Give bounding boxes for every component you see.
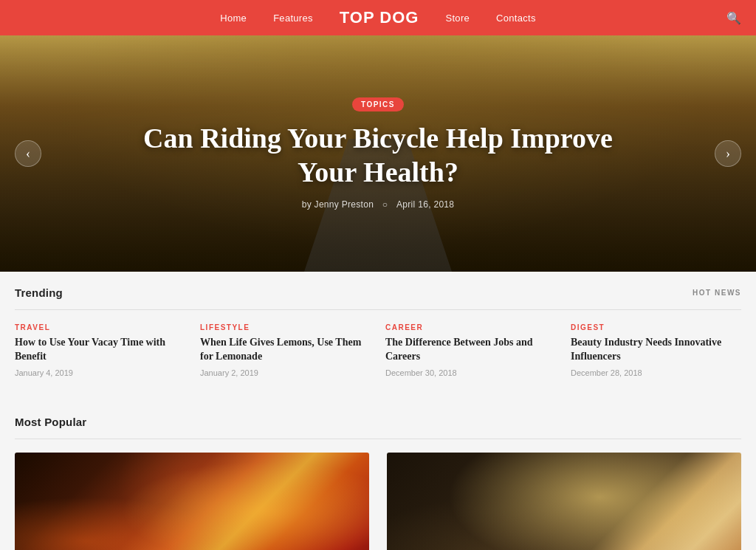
article-title: Beauty Industry Needs Innovative Influen…: [571, 336, 741, 364]
list-item: DIGEST Beauty Industry Needs Innovative …: [571, 323, 741, 377]
category-label: DIGEST: [571, 323, 741, 331]
trending-title: Trending: [15, 286, 63, 299]
hero-meta: by Jenny Preston ○ April 16, 2018: [134, 199, 622, 210]
trending-header: Trending HOT NEWS: [15, 272, 741, 310]
trending-tag: HOT NEWS: [693, 289, 741, 297]
article-date: December 28, 2018: [571, 368, 741, 377]
article-date: January 4, 2019: [15, 368, 185, 377]
category-label: TRAVEL: [15, 323, 185, 331]
hero-meta-divider: ○: [382, 199, 388, 210]
list-item: LIFESTYLE Minding Your Own Business: Do …: [387, 453, 741, 550]
category-label: CAREER: [385, 323, 556, 331]
main-nav: Home Features TOP DOG Store Contacts 🔍: [0, 0, 756, 35]
hero-author: by Jenny Preston: [302, 199, 374, 210]
nav-contacts[interactable]: Contacts: [496, 13, 536, 24]
trending-section: Trending HOT NEWS TRAVEL How to Use Your…: [15, 272, 741, 377]
category-label: LIFESTYLE: [200, 323, 371, 331]
hero-content: TOPICS Can Riding Your Bicycle Help Impr…: [120, 97, 636, 210]
hero-badge: TOPICS: [352, 97, 404, 111]
card-image: LIFESTYLE: [387, 453, 741, 550]
article-date: December 30, 2018: [385, 368, 556, 377]
popular-header: Most Popular: [15, 401, 741, 439]
trending-grid: TRAVEL How to Use Your Vacay Time with B…: [15, 323, 741, 377]
popular-title: Most Popular: [15, 416, 86, 428]
office-image: [387, 453, 741, 550]
nav-links: Home Features TOP DOG Store Contacts: [220, 8, 536, 27]
article-title: The Difference Between Jobs and Careers: [385, 336, 556, 364]
article-date: January 2, 2019: [200, 368, 371, 377]
most-popular-section: Most Popular CAREER On Our Way to Help Y…: [15, 401, 741, 550]
nav-home[interactable]: Home: [220, 13, 247, 24]
site-logo: TOP DOG: [340, 8, 419, 27]
search-icon[interactable]: 🔍: [726, 11, 741, 25]
content-wrapper: Trending HOT NEWS TRAVEL How to Use Your…: [0, 272, 756, 550]
list-item: CAREER On Our Way to Help You Find the W…: [15, 453, 369, 550]
nav-features[interactable]: Features: [273, 13, 313, 24]
list-item: LIFESTYLE When Life Gives Lemons, Use Th…: [200, 323, 371, 377]
popular-grid: CAREER On Our Way to Help You Find the W…: [15, 453, 741, 550]
list-item: TRAVEL How to Use Your Vacay Time with B…: [15, 323, 185, 377]
hero-prev-button[interactable]: ‹: [15, 140, 41, 167]
hero-date: April 16, 2018: [396, 199, 454, 210]
list-item: CAREER The Difference Between Jobs and C…: [385, 323, 556, 377]
hero-next-button[interactable]: ›: [715, 140, 741, 167]
hero-section: ‹ TOPICS Can Riding Your Bicycle Help Im…: [0, 35, 756, 272]
city-night-image: [15, 453, 369, 550]
nav-store[interactable]: Store: [445, 13, 470, 24]
card-image: CAREER: [15, 453, 369, 550]
article-title: How to Use Your Vacay Time with Benefit: [15, 336, 185, 364]
hero-title: Can Riding Your Bicycle Help Improve You…: [134, 122, 622, 189]
article-title: When Life Gives Lemons, Use Them for Lem…: [200, 336, 371, 364]
